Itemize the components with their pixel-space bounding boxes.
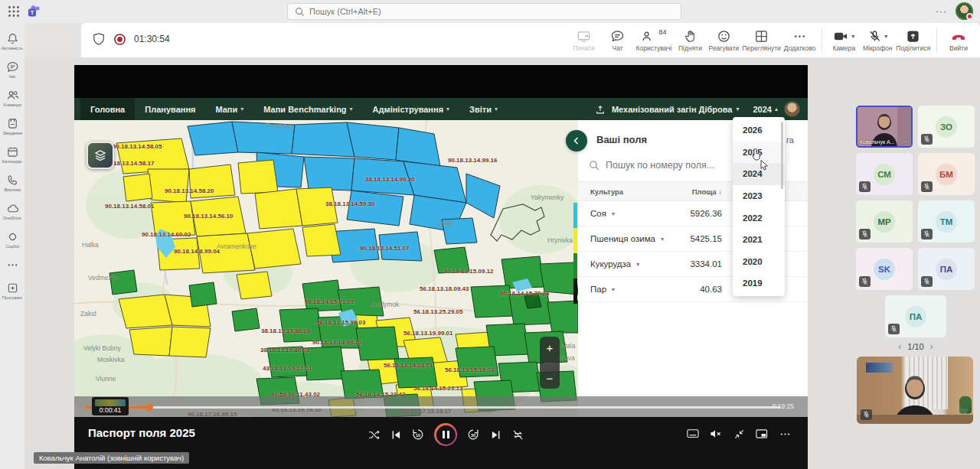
tile-more-icon[interactable]: ··· [903, 139, 909, 145]
next-button[interactable] [489, 428, 501, 441]
camera-on-icon [833, 29, 849, 44]
share-button[interactable]: Поділитися [894, 25, 932, 54]
legend-color-segment [573, 228, 577, 253]
exit-fullscreen-button[interactable] [733, 428, 745, 440]
place-name-label: Avramenkove [217, 243, 256, 250]
year-option[interactable]: 2026 [733, 119, 785, 142]
zoom-in-button[interactable]: + [547, 341, 554, 354]
year-option[interactable]: 2020 [733, 251, 785, 273]
place-name-label: Hrynivka [547, 236, 573, 244]
mic-chevron-icon[interactable]: ▾ [884, 33, 887, 40]
chevron-up-icon: ▴ [775, 106, 778, 112]
teams-search-box[interactable] [287, 3, 681, 20]
self-video-tile[interactable] [857, 357, 973, 424]
loop-off-icon [512, 429, 524, 441]
field-number-label: 90.18.13.14.56.10 [184, 213, 234, 220]
chevron-down-icon[interactable]: ▾ [612, 210, 615, 217]
participants-button[interactable]: 84 Користувачі [635, 25, 674, 54]
captions-button[interactable] [687, 428, 699, 440]
year-option[interactable]: 2024 [733, 163, 785, 185]
dropdown-scrollbar[interactable] [781, 122, 783, 189]
sidebar-item-more[interactable] [0, 259, 24, 272]
field-number-label: 38.18.13.14.99.30 [365, 176, 415, 183]
sidebar-item-activity[interactable]: Активність [0, 32, 24, 50]
mic-muted-icon [863, 411, 870, 419]
participant-tile[interactable]: ПА [885, 295, 946, 337]
pager-next-icon[interactable]: › [930, 341, 933, 352]
sidebar-item-chat[interactable]: Чат [0, 60, 24, 79]
seek-bar-handle[interactable] [146, 404, 153, 411]
export-icon[interactable] [595, 104, 606, 115]
sidebar-item-calendar[interactable]: Календар [0, 145, 24, 164]
start-presenting-button[interactable]: Почати [567, 25, 601, 54]
teams-logo-icon[interactable]: T [28, 5, 41, 18]
participant-tile[interactable]: БМ [918, 153, 975, 195]
speaker-video-tile[interactable]: Ковальчук А... ··· [856, 106, 913, 148]
sidebar-item-assignments[interactable]: Завдання [0, 117, 24, 135]
app-launcher-icon[interactable] [8, 5, 20, 18]
crop-name: Пшениця озима [590, 234, 655, 243]
mic-muted-icon [867, 29, 882, 44]
participant-tile[interactable]: СМ [856, 153, 913, 195]
nav-item[interactable]: Мапи Benchmarking ▾ [253, 98, 362, 120]
nav-item[interactable]: Звіти ▾ [459, 98, 508, 120]
popout-button[interactable] [756, 428, 768, 440]
window-more-button[interactable]: ··· [936, 6, 947, 17]
field-search-input[interactable] [606, 160, 743, 171]
chevron-down-icon[interactable]: ▾ [612, 286, 615, 293]
panel-back-button[interactable] [566, 130, 587, 151]
react-button[interactable]: Реагувати [707, 25, 740, 54]
nav-item[interactable]: Головна ▾ [80, 98, 135, 120]
pause-button[interactable] [434, 423, 457, 446]
search-input[interactable] [309, 7, 681, 16]
camera-button[interactable]: ▾ Камера [827, 25, 861, 54]
nav-item[interactable]: Мапи ▾ [205, 98, 253, 120]
participant-initials: МР [874, 211, 895, 233]
map-layers-button[interactable] [87, 142, 114, 169]
raise-hand-button[interactable]: Підняти [673, 25, 707, 54]
sidebar-item-calls[interactable]: Виклики [0, 174, 24, 192]
pager-prev-icon[interactable]: ‹ [898, 341, 901, 352]
microphone-button[interactable]: ▾ Мікрофон [861, 25, 894, 54]
loop-off-button[interactable] [511, 428, 524, 441]
year-option[interactable]: 2021 [733, 229, 785, 251]
more-options-button[interactable]: Додатково [782, 25, 817, 54]
chevron-down-icon[interactable]: ▾ [636, 261, 639, 268]
participant-tile[interactable]: ПА [918, 248, 975, 290]
camera-chevron-icon[interactable]: ▾ [851, 33, 854, 40]
rewind-10-button[interactable]: 10 [412, 428, 424, 441]
shuffle-button[interactable] [368, 428, 380, 441]
year-option[interactable]: 2022 [733, 207, 785, 229]
chat-button[interactable]: Чат [601, 25, 635, 54]
previous-button[interactable] [390, 428, 402, 441]
participant-tile[interactable]: МР [856, 200, 913, 243]
volume-muted-button[interactable] [710, 428, 722, 440]
user-avatar[interactable] [956, 2, 973, 20]
year-selector[interactable]: 2024 ▴ [753, 105, 779, 114]
year-option[interactable]: 2019 [733, 272, 785, 295]
sidebar-item-teams[interactable]: Команди [0, 89, 24, 107]
phone-icon [6, 174, 19, 187]
nav-item[interactable]: Адміністрування ▾ [363, 98, 459, 120]
sidebar-item-onedrive[interactable]: OneDrive [0, 202, 24, 220]
participant-tile[interactable]: ТМ [918, 200, 975, 243]
leave-button[interactable]: Вийти [942, 25, 975, 54]
video-seek-bar[interactable] [84, 406, 781, 409]
participant-tile[interactable]: ЗО [918, 106, 975, 148]
sort-desc-icon: ↓ [718, 187, 722, 196]
column-area[interactable]: Площа ↓ [662, 187, 722, 196]
year-option[interactable]: 2023 [733, 185, 785, 207]
fields-map[interactable]: 90.18.13.14.58.1790.18.13.14.58.0590.18.… [74, 120, 578, 417]
arrow-cursor-icon [760, 160, 769, 171]
view-button[interactable]: Переглянути [740, 25, 782, 54]
zoom-out-button[interactable]: − [547, 372, 554, 385]
nav-item[interactable]: Планування ▾ [135, 98, 205, 120]
player-more-button[interactable] [779, 428, 791, 440]
sidebar-item-apps[interactable]: Програми [0, 282, 24, 300]
sidebar-item-copilot[interactable]: Copilot [0, 230, 24, 249]
place-name-label: Halka [82, 241, 99, 249]
app-user-avatar[interactable] [784, 101, 800, 117]
org-selector[interactable]: Механізований загін Діброва ▾ [612, 105, 740, 114]
participant-tile[interactable]: SK [856, 248, 913, 290]
forward-30-button[interactable]: 30 [467, 428, 479, 441]
